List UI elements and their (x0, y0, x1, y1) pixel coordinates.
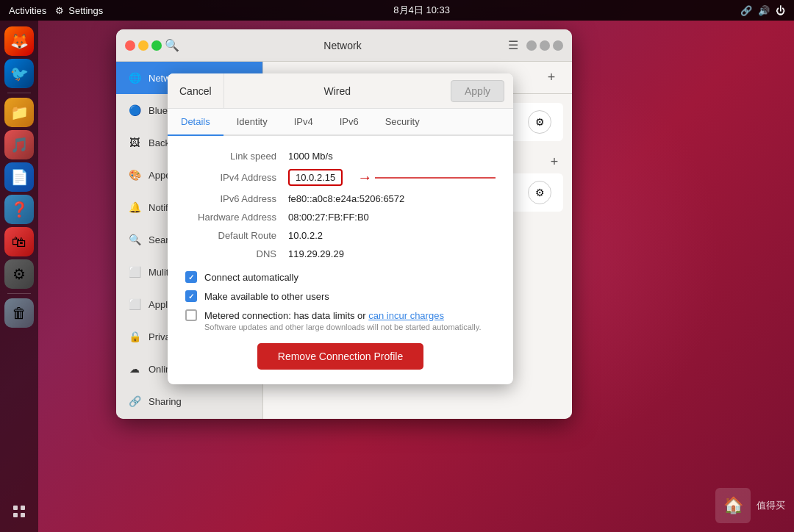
online-icon: ☁ (128, 362, 141, 375)
home-icon-box: 🏠 (715, 488, 751, 523)
wired-dialog: Cancel Wired Apply Details Identity IPv4… (168, 73, 513, 384)
dialog-header: Cancel Wired Apply (168, 73, 513, 109)
connect-auto-checkbox[interactable]: ✓ (185, 271, 197, 283)
volume-icon[interactable]: 🔊 (758, 5, 770, 16)
sharing-icon: 🔗 (128, 395, 141, 408)
network-status-icon[interactable]: 🔗 (740, 5, 752, 16)
link-speed-label: Link speed (185, 151, 288, 162)
activities-btn[interactable]: Activities (9, 5, 46, 16)
connect-auto-row: ✓ Connect automatically (185, 271, 496, 283)
sidebar-item-sharing[interactable]: 🔗 Sharing (116, 385, 262, 417)
default-route-label: Default Route (185, 230, 288, 241)
metered-link[interactable]: can incur charges (368, 310, 444, 321)
win-ctrl-3[interactable] (553, 40, 563, 51)
dock-separator-2 (7, 293, 31, 294)
connect-auto-label: Connect automatically (204, 272, 298, 283)
ipv6-row: IPv6 Address fe80::a0c8:e24a:5206:6572 (185, 193, 496, 204)
topbar-datetime: 8月4日 10:33 (393, 4, 450, 17)
dialog-title: Wired (224, 85, 451, 97)
topbar-right-icons: 🔗 🔊 ⏻ (740, 5, 785, 16)
vpn-gear-btn[interactable]: ⚙ (528, 181, 551, 204)
home-icon: 🏠 (723, 496, 743, 515)
dock-separator (7, 93, 31, 93)
available-users-label: Make available to other users (204, 291, 329, 302)
tab-ipv6[interactable]: IPv6 (326, 109, 372, 136)
red-arrow-icon: → (357, 169, 372, 186)
dns-row: DNS 119.29.29.29 (185, 248, 496, 259)
hardware-row: Hardware Address 08:00:27:FB:FF:B0 (185, 212, 496, 223)
available-users-checkbox[interactable]: ✓ (185, 290, 197, 302)
available-users-row: ✓ Make available to other users (185, 290, 496, 302)
dock-item-trash[interactable]: 🗑 (4, 298, 34, 328)
tab-security[interactable]: Security (372, 109, 433, 136)
topbar-app-label: ⚙ Settings (55, 5, 103, 16)
checkmark-icon: ✓ (188, 273, 194, 281)
remove-connection-button[interactable]: Remove Connection Profile (257, 343, 423, 370)
dock-item-thunderbird[interactable]: 🐦 (4, 59, 34, 88)
cancel-button[interactable]: Cancel (168, 73, 224, 108)
link-speed-value: 1000 Mb/s (288, 151, 333, 162)
dock-item-rhythmbox[interactable]: 🎵 (4, 130, 34, 159)
svg-rect-1 (21, 506, 25, 510)
settings-window-title: Network (179, 40, 506, 51)
add-vpn-btn[interactable]: + (543, 69, 560, 87)
multitask-icon: ⬜ (128, 265, 141, 278)
hamburger-icon[interactable]: ☰ (506, 38, 521, 53)
tab-details[interactable]: Details (168, 109, 223, 136)
notifications-icon: 🔔 (128, 201, 141, 214)
dialog-body: Link speed 1000 Mb/s IPv4 Address 10.0.2… (168, 136, 513, 384)
metered-checkbox[interactable] (185, 309, 197, 321)
svg-rect-2 (13, 513, 18, 517)
search-side-icon: 🔍 (128, 233, 141, 246)
dns-value: 119.29.29.29 (288, 248, 344, 259)
hardware-label: Hardware Address (185, 212, 288, 223)
win-ctrl-1[interactable] (526, 40, 537, 51)
bluetooth-icon: 🔵 (128, 104, 141, 117)
topbar: Activities ⚙ Settings 8月4日 10:33 🔗 🔊 ⏻ (0, 0, 794, 21)
default-route-row: Default Route 10.0.2.2 (185, 230, 496, 241)
dns-label: DNS (185, 248, 288, 259)
watermark-text: 值得买 (757, 499, 785, 512)
checkmark-icon-2: ✓ (188, 292, 194, 301)
settings-titlebar: 🔍 Network ☰ (116, 29, 572, 62)
tab-ipv4[interactable]: IPv4 (281, 109, 326, 136)
dock-item-settings[interactable]: ⚙ (4, 259, 34, 289)
applications-icon: ⬜ (128, 298, 141, 311)
metered-label: Metered connection: has data limits or c… (204, 310, 444, 321)
metered-row: Metered connection: has data limits or c… (185, 309, 496, 321)
add-network-btn[interactable]: + (546, 153, 563, 170)
dock-item-firefox[interactable]: 🦊 (4, 26, 34, 56)
network-icon: 🌐 (128, 71, 141, 85)
app-grid-button[interactable] (4, 497, 34, 526)
red-line (375, 177, 496, 179)
ipv6-label: IPv6 Address (185, 193, 288, 204)
sidebar-label-sharing: Sharing (149, 396, 182, 407)
dock-item-software[interactable]: 🛍 (4, 227, 34, 256)
metered-sublabel: Software updates and other large downloa… (204, 323, 496, 331)
default-route-value: 10.0.2.2 (288, 230, 323, 241)
dock-item-writer[interactable]: 📄 (4, 162, 34, 192)
tab-identity[interactable]: Identity (223, 109, 281, 136)
win-ctrl-2[interactable] (540, 40, 550, 51)
svg-rect-3 (21, 513, 25, 517)
wired-gear-btn[interactable]: ⚙ (528, 110, 551, 134)
dialog-tabs: Details Identity IPv4 IPv6 Security (168, 109, 513, 136)
vpn-actions: ⚙ (528, 181, 551, 204)
power-icon[interactable]: ⏻ (776, 5, 785, 16)
dock-item-files[interactable]: 📁 (4, 98, 34, 127)
window-close-btn[interactable] (125, 40, 135, 51)
ipv4-row: IPv4 Address 10.0.2.15 → (185, 169, 496, 186)
background-icon: 🖼 (128, 136, 141, 149)
privacy-icon: 🔒 (128, 330, 141, 343)
dock-item-help[interactable]: ❓ (4, 195, 34, 224)
window-maximize-btn[interactable] (151, 40, 162, 51)
apply-button[interactable]: Apply (451, 80, 504, 102)
ipv6-value: fe80::a0c8:e24a:5206:6572 (288, 193, 404, 204)
hardware-value: 08:00:27:FB:FF:B0 (288, 212, 369, 223)
window-minimize-btn[interactable] (138, 40, 149, 51)
ipv4-value: 10.0.2.15 (288, 169, 343, 186)
dock: 🦊 🐦 📁 🎵 📄 ❓ 🛍 ⚙ 🗑 (0, 21, 38, 532)
wired-actions: ⚙ (528, 110, 551, 134)
search-icon[interactable]: 🔍 (165, 38, 179, 53)
settings-gear-icon: ⚙ (55, 5, 64, 16)
